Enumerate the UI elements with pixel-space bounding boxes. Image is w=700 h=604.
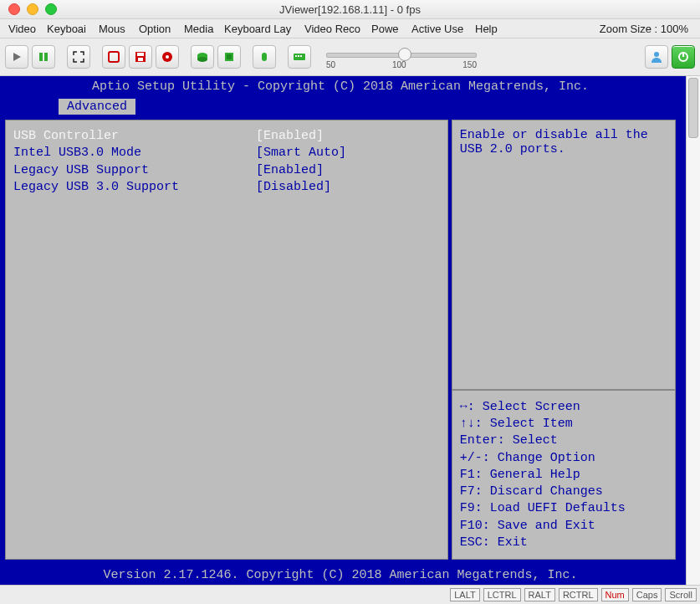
key-enter: Enter: Select bbox=[460, 433, 667, 449]
row-usb-controller[interactable]: USB Controller [Enabled] bbox=[13, 128, 440, 145]
keyboard-icon bbox=[293, 52, 306, 62]
record-button[interactable] bbox=[102, 45, 125, 69]
menubar: Video Keyboai Mous Option Media Keyboard… bbox=[0, 19, 700, 38]
status-lctrl: LCTRL bbox=[483, 588, 521, 601]
keyboard-button[interactable] bbox=[288, 45, 311, 69]
tick-100: 100 bbox=[392, 60, 406, 69]
bios-footer: Version 2.17.1246. Copyright (C) 2018 Am… bbox=[0, 565, 681, 585]
svg-rect-16 bbox=[295, 55, 297, 57]
slider-ticks: 50 100 150 bbox=[326, 60, 477, 69]
status-ralt: RALT bbox=[524, 588, 555, 601]
bios-body: USB Controller [Enabled] Intel USB3.0 Mo… bbox=[0, 115, 681, 565]
status-caps: Caps bbox=[632, 588, 662, 601]
svg-point-11 bbox=[197, 57, 207, 62]
bios-screen[interactable]: Aptio Setup Utility - Copyright (C) 2018… bbox=[0, 76, 686, 585]
remote-view: Aptio Setup Utility - Copyright (C) 2018… bbox=[0, 76, 700, 585]
row-usb3-mode[interactable]: Intel USB3.0 Mode [Smart Auto] bbox=[13, 145, 440, 161]
setting-value: [Smart Auto] bbox=[256, 145, 346, 161]
key-esc: ESC: Exit bbox=[460, 535, 667, 551]
svg-rect-1 bbox=[39, 53, 43, 61]
tick-150: 150 bbox=[462, 60, 477, 69]
key-select-item: ↑↓: Select Item bbox=[460, 416, 667, 433]
menu-media[interactable]: Media bbox=[181, 23, 217, 35]
vertical-scrollbar[interactable] bbox=[686, 76, 700, 585]
setting-value: [Disabled] bbox=[256, 179, 331, 196]
menu-video[interactable]: Video bbox=[5, 23, 40, 35]
power-button[interactable] bbox=[672, 45, 695, 69]
status-lalt: LALT bbox=[450, 588, 479, 601]
svg-point-8 bbox=[166, 55, 169, 59]
statusbar: LALT LCTRL RALT RCTRL Num Caps Scroll bbox=[0, 585, 700, 604]
key-save-exit: F10: Save and Exit bbox=[460, 518, 667, 535]
bios-settings-panel: USB Controller [Enabled] Intel USB3.0 Mo… bbox=[3, 118, 450, 561]
setting-label: Legacy USB 3.0 Support bbox=[13, 179, 256, 196]
svg-rect-17 bbox=[298, 55, 299, 57]
menu-active-users[interactable]: Active Use bbox=[408, 23, 468, 35]
power-icon bbox=[677, 50, 690, 64]
fullscreen-icon bbox=[73, 51, 84, 63]
bios-key-help: ↔: Select Screen ↑↓: Select Item Enter: … bbox=[452, 389, 676, 560]
key-select-screen: ↔: Select Screen bbox=[460, 399, 667, 416]
bios-help-panel: Enable or disable all the USB 2.0 ports.… bbox=[450, 118, 677, 561]
user-icon bbox=[650, 50, 663, 64]
play-button[interactable] bbox=[5, 45, 28, 69]
window-title: JViewer[192.168.1.11] - 0 fps bbox=[0, 3, 700, 16]
play-icon bbox=[11, 51, 23, 63]
save-record-button[interactable] bbox=[129, 45, 152, 69]
slider-knob[interactable] bbox=[398, 48, 411, 61]
pause-button[interactable] bbox=[32, 45, 55, 69]
row-legacy-usb3[interactable]: Legacy USB 3.0 Support [Disabled] bbox=[13, 179, 440, 196]
scrollbar-thumb[interactable] bbox=[688, 78, 698, 138]
setting-label: Intel USB3.0 Mode bbox=[13, 145, 256, 161]
menu-video-record[interactable]: Video Reco bbox=[301, 23, 365, 35]
menu-help[interactable]: Help bbox=[472, 23, 503, 35]
zoom-label: Zoom Size : 100% bbox=[600, 23, 695, 35]
svg-rect-2 bbox=[44, 53, 48, 61]
setting-label: USB Controller bbox=[13, 128, 256, 145]
zoom-slider[interactable]: 50 100 150 bbox=[326, 45, 477, 69]
key-load-defaults: F9: Load UEFI Defaults bbox=[460, 500, 667, 517]
titlebar: JViewer[192.168.1.11] - 0 fps bbox=[0, 0, 700, 19]
tick-50: 50 bbox=[326, 60, 335, 69]
svg-rect-13 bbox=[227, 54, 232, 59]
key-general-help: F1: General Help bbox=[460, 467, 667, 484]
status-num: Num bbox=[601, 588, 629, 601]
svg-rect-6 bbox=[138, 58, 143, 61]
svg-rect-14 bbox=[262, 53, 267, 61]
record-icon bbox=[108, 51, 120, 63]
menu-mouse[interactable]: Mous bbox=[95, 23, 132, 35]
menu-power[interactable]: Powe bbox=[368, 23, 405, 35]
menu-keyboard[interactable]: Keyboai bbox=[43, 23, 92, 35]
svg-rect-3 bbox=[109, 52, 119, 62]
status-rctrl: RCTRL bbox=[559, 588, 598, 601]
menu-keyboard-layout[interactable]: Keyboard Lay bbox=[221, 23, 298, 35]
app-window: JViewer[192.168.1.11] - 0 fps Video Keyb… bbox=[0, 0, 700, 604]
disc-button[interactable] bbox=[156, 45, 179, 69]
row-legacy-usb[interactable]: Legacy USB Support [Enabled] bbox=[13, 162, 440, 179]
svg-marker-0 bbox=[13, 53, 21, 61]
pause-icon bbox=[38, 51, 49, 63]
tab-advanced[interactable]: Advanced bbox=[59, 99, 135, 115]
bios-tabs: Advanced bbox=[0, 96, 681, 115]
setting-label: Legacy USB Support bbox=[13, 162, 256, 179]
user-button[interactable] bbox=[645, 45, 668, 69]
setting-value: [Enabled] bbox=[256, 128, 324, 145]
toolbar: 50 100 150 bbox=[0, 38, 700, 76]
setting-value: [Enabled] bbox=[256, 162, 324, 179]
hdd-button[interactable] bbox=[191, 45, 214, 69]
svg-point-19 bbox=[654, 52, 659, 57]
fullscreen-button[interactable] bbox=[67, 45, 90, 69]
bios-help-text: Enable or disable all the USB 2.0 ports. bbox=[452, 120, 676, 389]
mouse-icon bbox=[258, 51, 270, 63]
hdd-icon bbox=[196, 51, 209, 63]
chip-icon bbox=[223, 51, 235, 63]
bios-header: Aptio Setup Utility - Copyright (C) 2018… bbox=[0, 76, 681, 96]
key-discard: F7: Discard Changes bbox=[460, 484, 667, 500]
menu-options[interactable]: Option bbox=[135, 23, 177, 35]
mouse-button[interactable] bbox=[253, 45, 276, 69]
key-change-option: +/-: Change Option bbox=[460, 450, 667, 467]
svg-rect-5 bbox=[137, 53, 144, 56]
chip-button[interactable] bbox=[217, 45, 241, 69]
save-icon bbox=[135, 51, 146, 63]
disc-icon bbox=[161, 51, 173, 63]
